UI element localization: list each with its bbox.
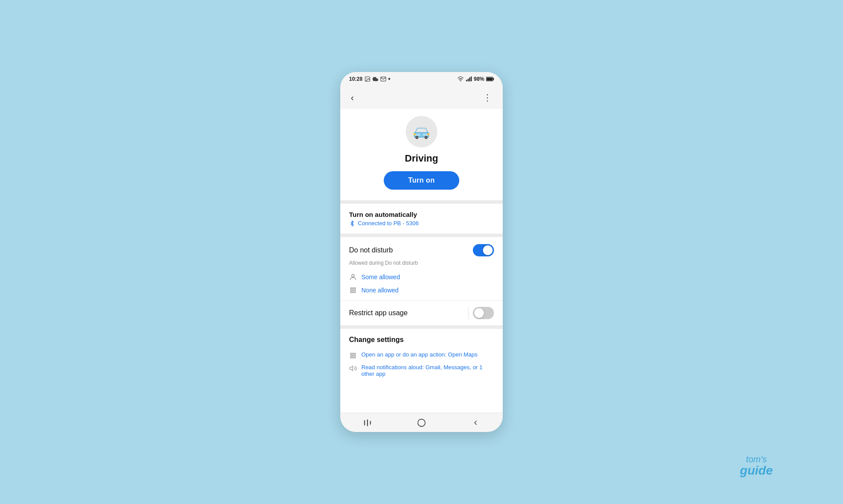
svg-rect-18 bbox=[414, 133, 416, 135]
svg-point-31 bbox=[353, 353, 354, 354]
restrict-toggle[interactable] bbox=[473, 307, 494, 319]
svg-point-2 bbox=[460, 81, 461, 82]
turn-on-button[interactable]: Turn on bbox=[384, 171, 459, 190]
dot-indicator: • bbox=[388, 75, 391, 83]
svg-point-32 bbox=[354, 353, 356, 354]
toggle-separator bbox=[468, 307, 468, 319]
restrict-app-label: Restrict app usage bbox=[349, 309, 407, 317]
none-allowed-option[interactable]: None allowed bbox=[349, 284, 494, 297]
svg-point-1 bbox=[366, 78, 367, 79]
wifi-icon bbox=[457, 76, 464, 82]
auto-turn-on-title: Turn on automatically bbox=[349, 211, 494, 218]
apps-icon bbox=[349, 286, 357, 294]
change-settings-section: Change settings Open an app or do an app… bbox=[340, 329, 503, 413]
some-allowed-label: Some allowed bbox=[361, 274, 400, 281]
recent-apps-icon bbox=[363, 419, 372, 426]
home-button[interactable] bbox=[412, 413, 431, 432]
hero-section: Driving Turn on bbox=[340, 109, 503, 200]
svg-point-43 bbox=[418, 419, 425, 426]
watermark-line1: tom's bbox=[740, 454, 773, 464]
dnd-label: Do not disturb bbox=[349, 246, 393, 254]
svg-point-24 bbox=[350, 290, 352, 291]
auto-turn-on-row[interactable]: Turn on automatically Connected to PB - … bbox=[340, 204, 503, 234]
svg-rect-13 bbox=[423, 133, 428, 136]
svg-point-30 bbox=[350, 353, 352, 354]
svg-point-27 bbox=[350, 292, 352, 293]
dnd-row: Do not disturb bbox=[349, 244, 494, 256]
some-allowed-option[interactable]: Some allowed bbox=[349, 270, 494, 284]
svg-rect-9 bbox=[486, 78, 493, 81]
bottom-nav bbox=[340, 413, 503, 432]
change-settings-title: Change settings bbox=[349, 336, 494, 344]
svg-point-33 bbox=[350, 355, 352, 356]
svg-point-37 bbox=[353, 357, 354, 358]
change-settings-label-0: Open an app or do an app action: Open Ma… bbox=[361, 351, 478, 358]
back-nav-button[interactable] bbox=[466, 413, 485, 432]
apps-grid-icon bbox=[349, 352, 357, 360]
dnd-subtitle: Allowed during Do not disturb bbox=[349, 260, 494, 266]
car-icon bbox=[412, 122, 431, 141]
dnd-section: Do not disturb Allowed during Do not dis… bbox=[340, 237, 503, 300]
svg-point-20 bbox=[352, 274, 354, 277]
svg-rect-8 bbox=[493, 78, 494, 80]
change-settings-label-1: Read notifications aloud: Gmail, Message… bbox=[361, 364, 494, 377]
svg-point-15 bbox=[416, 137, 418, 138]
watermark: tom's guide bbox=[740, 454, 773, 478]
recent-apps-button[interactable] bbox=[358, 413, 377, 432]
dnd-toggle[interactable] bbox=[473, 244, 494, 256]
auto-turn-on-subtitle: Connected to PB - 5306 bbox=[349, 220, 494, 227]
volume-icon bbox=[349, 364, 357, 372]
svg-point-25 bbox=[353, 290, 354, 291]
menu-button[interactable]: ⋮ bbox=[479, 90, 496, 104]
change-settings-item-1[interactable]: Read notifications aloud: Gmail, Message… bbox=[349, 362, 494, 379]
divider-2 bbox=[340, 234, 503, 237]
restrict-toggle-container bbox=[468, 307, 494, 319]
mail-icon bbox=[380, 76, 386, 82]
svg-point-22 bbox=[353, 288, 354, 289]
svg-rect-5 bbox=[469, 78, 470, 82]
svg-point-34 bbox=[353, 355, 354, 356]
turn-on-automatically-card: Turn on automatically Connected to PB - … bbox=[340, 204, 503, 234]
svg-point-23 bbox=[354, 288, 356, 289]
restrict-app-usage-section: Restrict app usage bbox=[340, 301, 503, 325]
svg-point-26 bbox=[354, 290, 356, 291]
svg-point-21 bbox=[350, 288, 352, 289]
svg-point-29 bbox=[354, 292, 356, 293]
status-left: 10:28 • bbox=[349, 75, 390, 83]
signal-icon bbox=[466, 76, 472, 82]
bluetooth-device-label: Connected to PB - 5306 bbox=[358, 220, 419, 227]
bluetooth-icon bbox=[349, 220, 355, 227]
top-bar: ‹ ⋮ bbox=[340, 86, 503, 109]
driving-title: Driving bbox=[405, 153, 438, 164]
status-right: 98% bbox=[457, 76, 494, 82]
status-bar: 10:28 • 98% bbox=[340, 72, 503, 86]
svg-rect-12 bbox=[415, 133, 421, 136]
svg-point-35 bbox=[354, 355, 356, 356]
person-icon bbox=[349, 273, 357, 281]
svg-point-38 bbox=[354, 357, 356, 358]
svg-rect-6 bbox=[471, 76, 472, 81]
divider-1 bbox=[340, 200, 503, 204]
battery-text: 98% bbox=[474, 76, 484, 82]
svg-marker-39 bbox=[350, 366, 353, 371]
svg-rect-3 bbox=[466, 80, 467, 82]
back-nav-icon bbox=[472, 419, 479, 426]
back-button[interactable]: ‹ bbox=[347, 91, 357, 104]
battery-icon bbox=[486, 76, 494, 82]
car-icon-circle bbox=[406, 116, 437, 148]
photo-icon bbox=[364, 76, 371, 82]
status-time: 10:28 bbox=[349, 76, 363, 82]
cloud-icon bbox=[372, 76, 378, 82]
divider-3 bbox=[340, 325, 503, 329]
change-settings-item-0[interactable]: Open an app or do an app action: Open Ma… bbox=[349, 349, 494, 362]
svg-point-28 bbox=[353, 292, 354, 293]
svg-point-17 bbox=[425, 137, 427, 138]
svg-rect-4 bbox=[468, 79, 468, 81]
svg-point-36 bbox=[350, 357, 352, 358]
watermark-line2: guide bbox=[740, 464, 773, 478]
none-allowed-label: None allowed bbox=[361, 287, 399, 294]
svg-rect-19 bbox=[427, 133, 429, 135]
home-circle-icon bbox=[417, 418, 426, 427]
